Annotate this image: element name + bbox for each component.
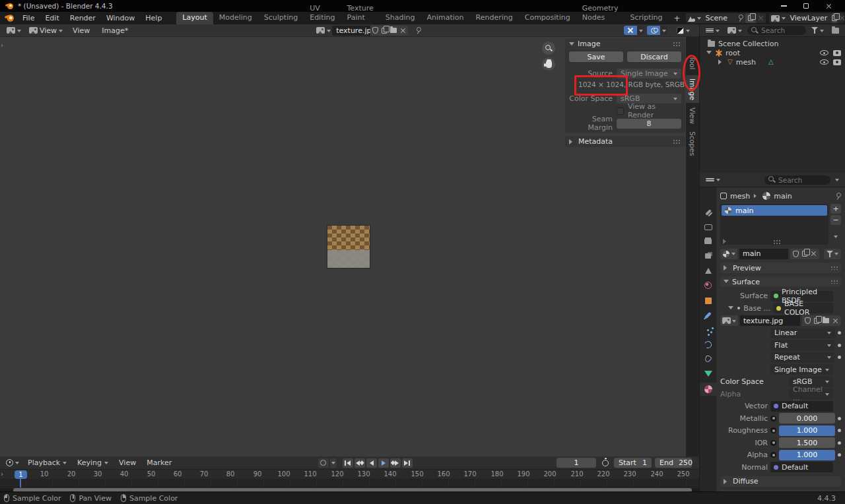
interpolation-dropdown[interactable]: Linear xyxy=(770,328,835,338)
workspace-tab[interactable]: Animation xyxy=(421,12,469,24)
material-slot-active[interactable]: main xyxy=(722,205,827,216)
new-collection-button[interactable] xyxy=(829,27,842,34)
gizmo-dropdown[interactable] xyxy=(637,26,644,35)
normal-input[interactable]: Default xyxy=(770,462,833,472)
browse-texture-button[interactable] xyxy=(720,315,738,326)
workspace-tab[interactable]: Sculpting xyxy=(258,12,304,24)
outliner-search[interactable] xyxy=(747,26,806,35)
render-icon[interactable] xyxy=(700,220,716,234)
pin-icon[interactable] xyxy=(415,27,421,34)
viewlayer-name[interactable]: ViewLayer xyxy=(788,14,830,22)
material-name-field[interactable]: main xyxy=(739,249,788,259)
playback-menu[interactable]: Playback xyxy=(23,458,71,467)
menu-item[interactable]: Help xyxy=(140,12,167,24)
image-source-dropdown[interactable]: Single Image xyxy=(770,364,833,375)
modifiers-icon[interactable] xyxy=(700,309,716,322)
next-keyframe-button[interactable] xyxy=(390,458,401,468)
add-workspace-button[interactable]: + xyxy=(668,14,685,23)
decorator-dot[interactable] xyxy=(838,441,841,445)
pin-icon[interactable] xyxy=(834,193,841,200)
workspace-tab[interactable]: Scripting xyxy=(625,12,669,24)
physics-icon[interactable] xyxy=(700,338,716,351)
render-visibility-icon[interactable] xyxy=(833,50,841,56)
metadata-panel-header[interactable]: Metadata xyxy=(565,136,685,147)
seam-margin-field[interactable]: 8 xyxy=(617,119,681,129)
browse-image-button[interactable] xyxy=(315,26,332,35)
play-button[interactable] xyxy=(378,458,389,468)
material-slot-list[interactable]: main xyxy=(720,204,828,245)
collapse-icon[interactable] xyxy=(728,306,733,312)
unlink-material-icon[interactable] xyxy=(811,251,817,257)
menu-item[interactable]: Window xyxy=(101,12,140,24)
options-dropdown[interactable] xyxy=(835,179,839,183)
current-frame-field[interactable]: 1 xyxy=(557,458,596,468)
diffuse-panel-header[interactable]: Diffuse xyxy=(720,476,841,487)
decorator-dot[interactable] xyxy=(838,356,841,359)
object-icon[interactable] xyxy=(700,294,716,307)
hide-toggle-icon[interactable] xyxy=(820,59,828,65)
particles-icon[interactable] xyxy=(700,323,716,336)
alpha-slider[interactable]: 1.000 xyxy=(779,450,835,460)
editor-type-button[interactable] xyxy=(703,175,723,184)
decorator-dot[interactable] xyxy=(838,344,841,347)
timeline-tracks[interactable] xyxy=(0,480,699,488)
save-button[interactable]: Save xyxy=(569,51,623,62)
expand-icon[interactable] xyxy=(706,51,712,57)
ior-slider[interactable]: 1.500 xyxy=(779,437,835,448)
menu-item[interactable]: Render xyxy=(65,12,101,24)
expand-toolbar-icon[interactable]: › xyxy=(1,42,3,49)
workspace-tab[interactable]: UV Editing xyxy=(304,3,341,24)
new-image-icon[interactable] xyxy=(814,318,819,324)
filter-button[interactable] xyxy=(809,26,827,35)
metallic-slider[interactable]: 0.000 xyxy=(779,413,835,424)
previous-keyframe-button[interactable] xyxy=(355,458,365,468)
sidebar-tab[interactable]: View xyxy=(686,104,699,127)
remove-viewlayer-icon[interactable] xyxy=(839,15,845,21)
roughness-slider[interactable]: 1.000 xyxy=(779,425,835,436)
decorator-dot[interactable] xyxy=(838,429,841,432)
auto-keying-toggle[interactable] xyxy=(318,458,329,468)
open-image-icon[interactable] xyxy=(390,28,397,33)
editor-type-button[interactable] xyxy=(4,26,24,35)
material-icon[interactable] xyxy=(700,383,716,396)
close-button[interactable] xyxy=(817,0,840,12)
source-dropdown[interactable]: Single Image xyxy=(617,69,681,79)
timeline-ruler[interactable]: 1020304050607080901001101201301401501601… xyxy=(0,470,699,480)
breadcrumb-object[interactable]: mesh xyxy=(730,192,750,201)
slot-list-grip[interactable] xyxy=(773,239,782,244)
workspace-tab[interactable]: Compositing xyxy=(519,12,576,24)
pan-gizmo[interactable] xyxy=(542,57,555,71)
outliner-row-scene-collection[interactable]: Scene Collection xyxy=(700,39,845,48)
new-viewlayer-button[interactable] xyxy=(832,13,837,23)
workspace-tab[interactable]: Texture Paint xyxy=(341,3,380,24)
image-name-field[interactable]: texture.jpg xyxy=(332,26,370,36)
marker-menu[interactable]: Marker xyxy=(142,458,176,467)
remove-slot-button[interactable]: − xyxy=(830,215,841,225)
fake-user-icon[interactable] xyxy=(793,251,799,257)
workspace-tab[interactable]: Shading xyxy=(380,12,421,24)
editor-type-button[interactable] xyxy=(3,458,22,467)
menu-item[interactable]: File xyxy=(17,12,40,24)
workspace-tab[interactable]: Rendering xyxy=(470,12,519,24)
keying-menu[interactable]: Keying xyxy=(73,458,113,467)
constraints-icon[interactable] xyxy=(700,352,716,365)
workspace-tab[interactable]: Modeling xyxy=(213,12,258,24)
decorator-dot[interactable] xyxy=(838,453,841,457)
projection-dropdown[interactable]: Flat xyxy=(770,340,835,350)
unlink-image-icon[interactable] xyxy=(832,318,838,324)
scene-selector[interactable]: Scene xyxy=(686,13,766,23)
overlays-dropdown[interactable] xyxy=(660,26,667,35)
panel-grip[interactable] xyxy=(830,280,838,284)
breadcrumb-material[interactable]: main xyxy=(774,192,792,201)
editor-type-button[interactable] xyxy=(703,26,722,35)
playhead[interactable] xyxy=(20,479,21,488)
material-specials-button[interactable] xyxy=(824,249,841,259)
sidebar-tab[interactable]: Tool xyxy=(686,52,699,74)
menu-item[interactable]: Edit xyxy=(40,12,64,24)
frame-start-field[interactable]: Start1 xyxy=(614,458,652,468)
alpha-mode-dropdown[interactable]: Channel ... xyxy=(789,389,833,399)
panel-grip[interactable] xyxy=(673,139,681,144)
auto-keying-dropdown[interactable] xyxy=(330,458,337,468)
outliner-row-root[interactable]: root xyxy=(700,48,845,57)
mode-selector[interactable]: View xyxy=(26,26,65,36)
